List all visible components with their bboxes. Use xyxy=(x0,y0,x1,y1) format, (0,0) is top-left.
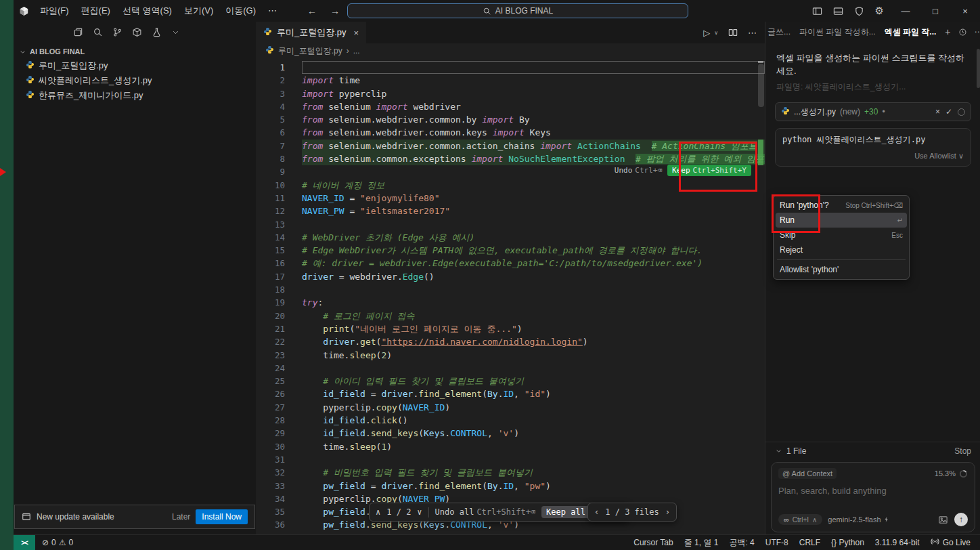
split-editor-icon[interactable] xyxy=(728,28,738,37)
line-number[interactable]: 9 xyxy=(256,165,302,178)
status-item[interactable]: 줄 1, 열 1 xyxy=(684,537,719,549)
generated-file-chip[interactable]: ...생성기.py (new) +30 • × ✓ xyxy=(775,102,971,121)
chevron-down-icon[interactable] xyxy=(171,28,180,37)
menu-item[interactable]: 편집(E) xyxy=(75,0,116,22)
line-number[interactable]: 10 xyxy=(256,179,302,192)
back-arrow-icon[interactable]: ← xyxy=(307,5,317,16)
line-number[interactable]: 8 xyxy=(256,152,302,165)
send-button[interactable]: ↑ xyxy=(954,513,968,526)
line-number[interactable]: 35 xyxy=(256,505,302,518)
code-line[interactable]: 29 id_field.send_keys(Keys.CONTROL, 'v') xyxy=(256,427,765,440)
line-number[interactable]: 27 xyxy=(256,401,302,414)
more-actions-icon[interactable]: ⋯ xyxy=(748,28,757,38)
code-line[interactable]: 23 time.sleep(2) xyxy=(256,349,765,362)
layout-sidebar-icon[interactable] xyxy=(812,6,822,16)
menu-item[interactable]: 파일(F) xyxy=(34,0,75,22)
history-clock-icon[interactable] xyxy=(958,28,967,37)
next-file-icon[interactable]: › xyxy=(665,507,670,517)
line-number[interactable]: 33 xyxy=(256,480,302,492)
line-number[interactable]: 11 xyxy=(256,192,302,205)
code-line[interactable]: 4from selenium import webdriver xyxy=(256,100,765,113)
panel-tab[interactable]: 파이썬 파일 작성하... xyxy=(799,26,876,38)
line-number[interactable]: 2 xyxy=(256,74,302,87)
prev-diff-icon[interactable]: ∧ xyxy=(376,507,380,517)
maximize-button[interactable]: □ xyxy=(920,0,950,22)
code-line[interactable]: 2import time xyxy=(256,74,765,87)
line-number[interactable]: 16 xyxy=(256,257,302,270)
code-line[interactable]: 16# 예: driver = webdriver.Edge(executabl… xyxy=(256,257,765,270)
settings-gear-icon[interactable]: ⚙ xyxy=(875,5,884,17)
code-line[interactable]: 12NAVER_PW = "ieltsmaster2017" xyxy=(256,205,765,217)
next-diff-icon[interactable]: ∨ xyxy=(417,507,422,517)
image-attach-icon[interactable] xyxy=(938,515,948,525)
line-number[interactable]: 21 xyxy=(256,322,302,335)
status-item[interactable]: 3.11.9 64-bit xyxy=(875,538,920,547)
line-number[interactable]: 12 xyxy=(256,205,302,217)
code-line[interactable]: 11NAVER_ID = "enjoymylife80" xyxy=(256,192,765,205)
install-now-button[interactable]: Install Now xyxy=(196,509,248,524)
status-item[interactable]: Go Live xyxy=(931,537,971,548)
sidebar-file-item[interactable]: 씨앗플레이리스트_생성기.py xyxy=(14,73,256,88)
add-context-button[interactable]: @ Add Context xyxy=(778,468,837,479)
line-number[interactable]: 29 xyxy=(256,427,302,440)
code-line[interactable]: 6from selenium.webdriver.common.keys imp… xyxy=(256,126,765,139)
code-line[interactable]: 18 xyxy=(256,283,765,296)
menu-item-allowlist-python[interactable]: Allowlist 'python' xyxy=(776,262,907,277)
run-button[interactable]: ▷ xyxy=(703,28,710,38)
line-number[interactable]: 4 xyxy=(256,100,302,113)
line-number[interactable]: 13 xyxy=(256,218,302,231)
line-number[interactable]: 28 xyxy=(256,414,302,427)
line-number[interactable]: 25 xyxy=(256,375,302,387)
code-line[interactable]: 13 xyxy=(256,218,765,231)
later-button[interactable]: Later xyxy=(172,512,190,522)
line-number[interactable]: 7 xyxy=(256,140,302,152)
line-number[interactable]: 18 xyxy=(256,283,302,296)
testing-flask-icon[interactable] xyxy=(152,27,162,37)
line-number[interactable]: 20 xyxy=(256,310,302,322)
minimize-button[interactable]: — xyxy=(891,0,920,22)
stop-label[interactable]: Stop xyxy=(845,202,860,209)
line-number[interactable]: 15 xyxy=(256,244,302,257)
run-dropdown-icon[interactable]: ∨ xyxy=(714,30,718,36)
problems-button[interactable]: ⊘0 ⚠0 xyxy=(35,538,73,547)
explorer-icon[interactable] xyxy=(73,27,83,37)
code-line[interactable]: 31 xyxy=(256,453,765,466)
panel-more-icon[interactable]: ⋯ xyxy=(975,27,980,37)
code-line[interactable]: 5from selenium.webdriver.common.by impor… xyxy=(256,113,765,126)
code-line[interactable]: 17driver = webdriver.Edge() xyxy=(256,270,765,283)
code-line[interactable]: 27 pyperclip.copy(NAVER_ID) xyxy=(256,401,765,414)
menu-item[interactable]: 이동(G) xyxy=(219,0,262,22)
panel-scrollbar[interactable] xyxy=(977,49,980,88)
code-line[interactable]: 30 time.sleep(1) xyxy=(256,440,765,453)
code-line[interactable]: 32 # 비밀번호 입력 필드 찾기 및 클립보드 붙여넣기 xyxy=(256,466,765,479)
line-number[interactable]: 36 xyxy=(256,518,302,531)
sidebar-file-item[interactable]: 한류뮤즈_제미니가이드.py xyxy=(14,88,256,103)
close-button[interactable]: × xyxy=(950,0,980,22)
line-number[interactable]: 17 xyxy=(256,270,302,283)
line-number[interactable]: 19 xyxy=(256,296,302,309)
line-number[interactable]: 26 xyxy=(256,387,302,400)
prev-file-icon[interactable]: ‹ xyxy=(594,507,599,517)
overview-ruler[interactable] xyxy=(757,60,765,535)
menu-item[interactable]: 선택 영역(S) xyxy=(116,0,178,22)
editor-tab-active[interactable]: 루미_포털입장.py × xyxy=(256,22,366,43)
breadcrumb[interactable]: 루미_포털입장.py › ... xyxy=(256,43,765,58)
line-number[interactable]: 5 xyxy=(256,113,302,126)
layout-panel-icon[interactable] xyxy=(833,6,843,16)
chat-composer[interactable]: @ Add Context 15.3% Plan, search, build … xyxy=(771,462,975,532)
tab-close-icon[interactable]: × xyxy=(354,28,359,38)
line-number[interactable]: 24 xyxy=(256,362,302,375)
line-number[interactable]: 3 xyxy=(256,87,302,100)
code-line[interactable]: 15# Edge WebDriver가 시스템 PATH에 없으면, execu… xyxy=(256,244,765,257)
search-view-icon[interactable] xyxy=(93,27,103,37)
breadcrumb-file[interactable]: 루미_포털입장.py xyxy=(278,45,342,57)
code-line[interactable]: 1 xyxy=(256,61,765,74)
shield-icon[interactable] xyxy=(854,6,864,16)
code-line[interactable]: 25 # 아이디 입력 필드 찾기 및 클립보드 붙여넣기 xyxy=(256,375,765,387)
code-line[interactable]: 3import pyperclip xyxy=(256,87,765,100)
menu-more-button[interactable]: ⋯ xyxy=(262,0,283,22)
code-line[interactable]: 19try: xyxy=(256,296,765,309)
use-allowlist-button[interactable]: Use Allowlist ∨ xyxy=(782,146,964,162)
line-number[interactable]: 14 xyxy=(256,231,302,244)
sidebar-file-item[interactable]: 루미_포털입장.py xyxy=(14,58,256,73)
